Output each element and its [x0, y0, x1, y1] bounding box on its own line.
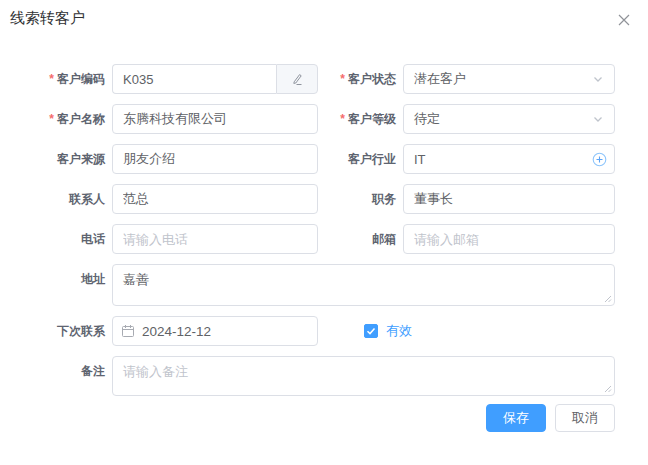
next-contact-date-value: 2024-12-12: [142, 324, 211, 339]
convert-lead-dialog: 线索转客户 *客户编码 *客户状态: [0, 0, 648, 465]
form-row-3: 客户来源 客户行业: [0, 144, 615, 174]
field-phone: [112, 224, 318, 254]
cancel-button[interactable]: 取消: [555, 404, 615, 432]
customer-code-label: *客户编码: [0, 64, 105, 94]
customer-code-input[interactable]: [112, 64, 276, 94]
remark-textarea[interactable]: [113, 357, 614, 395]
customer-status-select[interactable]: 潜在客户: [403, 64, 615, 94]
close-button[interactable]: [616, 12, 632, 28]
next-contact-date-picker[interactable]: 2024-12-12: [112, 316, 318, 346]
field-customer-source: [112, 144, 318, 174]
field-job-title: [403, 184, 615, 214]
convert-lead-form: *客户编码 *客户状态 潜在客户: [0, 64, 615, 406]
field-next-contact: 2024-12-12: [112, 316, 318, 346]
customer-industry-input[interactable]: [403, 144, 615, 174]
chevron-down-icon: [592, 113, 604, 125]
customer-status-value: 潜在客户: [414, 70, 592, 88]
field-customer-industry: [403, 144, 615, 174]
edit-code-button[interactable]: [276, 64, 318, 94]
phone-input[interactable]: [112, 224, 318, 254]
form-row-7: 下次联系 2024-12-12 有效: [0, 316, 615, 346]
dialog-footer: 保存 取消: [486, 404, 615, 432]
email-label: 邮箱: [318, 224, 396, 254]
email-input[interactable]: [403, 224, 615, 254]
customer-source-input[interactable]: [112, 144, 318, 174]
remark-label: 备注: [0, 356, 105, 386]
customer-level-select[interactable]: 待定: [403, 104, 615, 134]
close-icon: [618, 14, 630, 26]
field-customer-status: 潜在客户: [403, 64, 615, 94]
contact-person-label: 联系人: [0, 184, 105, 214]
check-icon: [366, 326, 376, 336]
valid-checkbox-label: 有效: [386, 322, 412, 340]
contact-person-input[interactable]: [112, 184, 318, 214]
address-label: 地址: [0, 264, 105, 294]
customer-name-label: *客户名称: [0, 104, 105, 134]
field-remark: [112, 356, 615, 396]
form-row-6: 地址 嘉善: [0, 264, 615, 306]
circle-plus-icon: [592, 152, 607, 167]
phone-label: 电话: [0, 224, 105, 254]
form-row-2: *客户名称 *客户等级 待定: [0, 104, 615, 134]
valid-checkbox[interactable]: 有效: [364, 316, 412, 346]
form-row-5: 电话 邮箱: [0, 224, 615, 254]
field-email: [403, 224, 615, 254]
field-customer-code: [112, 64, 318, 94]
address-textarea[interactable]: 嘉善: [113, 265, 614, 305]
job-title-input[interactable]: [403, 184, 615, 214]
save-button[interactable]: 保存: [486, 404, 546, 432]
field-contact-person: [112, 184, 318, 214]
field-customer-level: 待定: [403, 104, 615, 134]
chevron-down-icon: [592, 73, 604, 85]
resize-handle-icon[interactable]: [604, 295, 612, 303]
customer-source-label: 客户来源: [0, 144, 105, 174]
customer-level-label: *客户等级: [318, 104, 396, 134]
customer-industry-label: 客户行业: [318, 144, 396, 174]
field-customer-name: [112, 104, 318, 134]
form-row-1: *客户编码 *客户状态 潜在客户: [0, 64, 615, 94]
checkbox-box: [364, 324, 378, 338]
job-title-label: 职务: [318, 184, 396, 214]
calendar-icon: [121, 324, 135, 338]
next-contact-label: 下次联系: [0, 316, 105, 346]
customer-level-value: 待定: [414, 110, 592, 128]
dialog-title: 线索转客户: [10, 9, 85, 28]
field-address: 嘉善: [112, 264, 615, 306]
customer-name-input[interactable]: [112, 104, 318, 134]
form-row-8: 备注: [0, 356, 615, 396]
form-row-4: 联系人 职务: [0, 184, 615, 214]
edit-pen-icon: [290, 72, 304, 86]
resize-handle-icon[interactable]: [604, 385, 612, 393]
industry-picker-button[interactable]: [592, 144, 607, 174]
customer-status-label: *客户状态: [318, 64, 396, 94]
